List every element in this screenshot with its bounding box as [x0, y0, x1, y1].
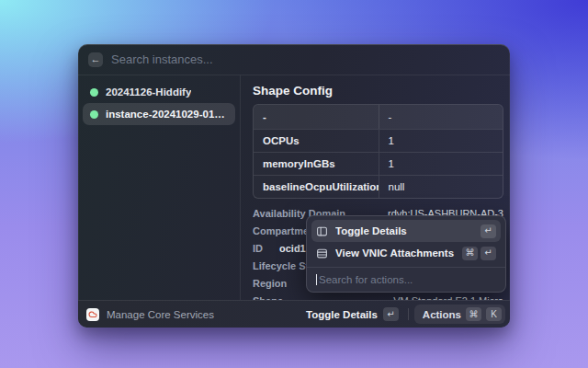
table-cell-value: 1	[379, 130, 503, 152]
command-palette-window: ← 20241126-Hiddify instance-20241029-010…	[78, 44, 510, 328]
shortcut-keys: ↵	[481, 224, 496, 238]
shape-config-table: - - OCPUs 1 memoryInGBs 1 baselineOcpuUt…	[253, 104, 503, 199]
actions-popup-list: Toggle Details ↵ View VNIC Attachments ⌘…	[307, 216, 505, 267]
section-title: Shape Config	[253, 85, 503, 98]
list-item-instance-2[interactable]: instance-20241029-0105-Hesti...	[83, 103, 235, 125]
search-input[interactable]	[111, 52, 500, 66]
back-button[interactable]: ←	[88, 52, 103, 67]
status-dot-icon	[90, 110, 98, 119]
instance-name: 20241126-Hiddify	[106, 86, 191, 98]
actions-popup: Toggle Details ↵ View VNIC Attachments ⌘…	[306, 215, 506, 293]
actions-search-row	[307, 267, 505, 292]
app-name: Manage Core Services	[107, 309, 214, 320]
header: ←	[78, 44, 510, 75]
rows-icon	[316, 247, 328, 259]
actions-search-input[interactable]	[318, 274, 496, 285]
actions-label: Actions	[423, 309, 461, 320]
table-cell-key: memoryInGBs	[254, 153, 379, 175]
action-label: View VNIC Attachments	[335, 247, 455, 259]
table-cell-key: OCPUs	[254, 130, 379, 152]
metadata-label: ID	[253, 243, 263, 254]
table-cell-key: baselineOcpuUtilization	[254, 176, 379, 198]
text-cursor	[316, 274, 317, 285]
shortcut-keys: ⌘ ↵	[462, 247, 496, 260]
table-row: memoryInGBs 1	[254, 152, 503, 175]
table-row: - -	[254, 105, 503, 129]
toggle-details-label: Toggle Details	[306, 309, 378, 320]
instance-list: 20241126-Hiddify instance-20241029-0105-…	[78, 75, 241, 300]
footer-bar: Manage Core Services Toggle Details ↵ Ac…	[78, 300, 510, 328]
metadata-row-shape: Shape VM.Standard.E2.1.Micro	[253, 292, 503, 300]
actions-menu-button[interactable]: Actions ⌘ K	[414, 305, 505, 324]
enter-key-icon: ↵	[481, 247, 496, 260]
back-arrow-icon: ←	[91, 54, 101, 64]
table-cell-key: -	[254, 105, 379, 129]
oracle-cloud-icon	[86, 308, 99, 321]
command-key-icon: ⌘	[462, 247, 478, 260]
enter-key-icon: ↵	[481, 224, 496, 238]
table-cell-value: null	[379, 176, 503, 198]
command-key-icon: ⌘	[466, 307, 481, 321]
table-row: baselineOcpuUtilization null	[254, 175, 503, 198]
k-key-icon: K	[486, 307, 502, 321]
metadata-label: Region	[253, 278, 287, 289]
panel-left-icon	[316, 225, 328, 237]
enter-key-icon: ↵	[383, 307, 399, 321]
footer-divider	[408, 308, 409, 320]
table-cell-value: -	[379, 105, 503, 129]
status-dot-icon	[90, 88, 98, 97]
toggle-details-button[interactable]: Toggle Details ↵	[302, 305, 402, 324]
table-cell-value: 1	[379, 153, 503, 175]
table-row: OCPUs 1	[254, 129, 503, 152]
action-view-vnic-attachments[interactable]: View VNIC Attachments ⌘ ↵	[311, 242, 501, 264]
action-toggle-details[interactable]: Toggle Details ↵	[311, 220, 501, 242]
list-item-instance-1[interactable]: 20241126-Hiddify	[83, 81, 235, 103]
action-label: Toggle Details	[335, 225, 473, 236]
instance-name: instance-20241029-0105-Hesti...	[106, 109, 228, 120]
